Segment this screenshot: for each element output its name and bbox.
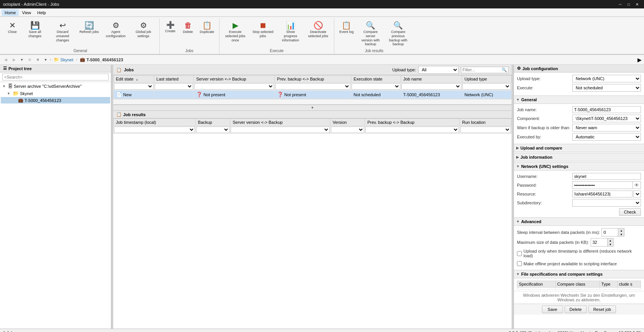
jrcol-backup[interactable]: Backup	[195, 119, 230, 126]
global-job-button[interactable]: ⚙ Global job settings	[130, 20, 157, 40]
minimize-button[interactable]: ─	[616, 1, 624, 7]
upload-type-select[interactable]: All Network (UNC) FTP Local	[418, 66, 459, 74]
create-button[interactable]: ➕ Create	[162, 20, 179, 35]
favorites-button[interactable]: ☆	[26, 56, 33, 63]
sleep-interval-input[interactable]	[602, 229, 618, 235]
file-spec-section-header[interactable]: ▼ File specifications and compare settin…	[514, 270, 644, 278]
col-edit-state[interactable]: Edit state ▲	[114, 76, 154, 83]
jr-filter-run-location[interactable]	[460, 127, 511, 133]
col-execution-state[interactable]: Execution state	[351, 76, 401, 83]
username-input[interactable]	[572, 173, 641, 180]
filter-job-name[interactable]	[401, 83, 461, 90]
tree-item-server-archive[interactable]: ▼ 🗄 Server archive "C:\vdServerArchive"	[1, 83, 110, 90]
timestamp-checkbox[interactable]	[517, 251, 522, 256]
nav-dropdown[interactable]: ▼	[19, 57, 25, 62]
panel-divider[interactable]: ▼	[113, 105, 512, 111]
resource-input[interactable]	[572, 191, 632, 197]
compare-server-button[interactable]: 🔍 Compare server version with backup	[357, 20, 384, 48]
compare-prev-button[interactable]: 🔍 Compare previous backup with backup	[385, 20, 412, 48]
jr-filter-version[interactable]	[331, 127, 364, 133]
forward-button[interactable]: ▶	[11, 56, 18, 63]
menu-view[interactable]: View	[19, 9, 34, 16]
jrcol-run-location[interactable]: Run location	[460, 119, 512, 126]
stop-selected-button[interactable]: ⏹ Stop selected jobs	[249, 20, 276, 40]
jrcol-timestamp[interactable]: Job timestamp (local)	[114, 119, 196, 126]
upload-type-config-select[interactable]: Network (UNC) FTP Local	[572, 75, 641, 82]
offline-checkbox[interactable]	[517, 261, 522, 266]
jr-filter-prev-backup[interactable]	[365, 127, 459, 133]
check-button[interactable]: Check	[619, 208, 641, 216]
tree-item-t5000[interactable]: 💼 T-5000_456456123	[1, 97, 110, 104]
sleep-interval-up[interactable]: ▲	[618, 228, 624, 232]
sleep-interval-down[interactable]: ▼	[618, 232, 624, 236]
close-window-button[interactable]: ✕	[633, 1, 641, 7]
jr-filter-backup[interactable]	[196, 127, 230, 133]
filter-input[interactable]	[462, 67, 501, 72]
col-upload-type[interactable]: Upload type	[462, 76, 512, 83]
max-size-down[interactable]: ▼	[607, 242, 613, 246]
search-input[interactable]	[2, 74, 109, 81]
col-prev-backup[interactable]: Prev. backup <-> Backup	[274, 76, 351, 83]
execute-config-select[interactable]: Not scheduled Scheduled On change Manual	[572, 84, 641, 92]
password-input[interactable]	[573, 182, 632, 188]
discard-button[interactable]: ↩ Discard unsaved changes	[49, 20, 76, 44]
refresh-button[interactable]: 🔄 Refresh jobs	[77, 20, 102, 36]
resource-dropdown[interactable]	[633, 191, 641, 197]
event-log-button[interactable]: 📋 Event log	[337, 20, 357, 36]
filter-server-backup[interactable]	[194, 83, 274, 90]
jr-filter-timestamp[interactable]	[114, 127, 195, 133]
jrcol-version[interactable]: Version	[330, 119, 365, 126]
save-button[interactable]: Save	[542, 306, 563, 313]
deactivate-selected-button[interactable]: 🚫 Deactivate selected jobs	[305, 20, 332, 40]
password-eye-button[interactable]: 👁	[632, 182, 641, 189]
job-info-section-header[interactable]: ▶ Job information	[514, 153, 644, 161]
breadcrumb-job[interactable]: 💼 T-5000_456456123	[79, 57, 124, 62]
job-name-input[interactable]	[572, 106, 641, 113]
filter-prev-backup[interactable]	[275, 83, 350, 90]
advanced-section-header[interactable]: ▼ Advanced	[514, 217, 644, 226]
jrcol-prev-backup[interactable]: Prev. backup <-> Backup	[365, 119, 460, 126]
execute-selected-button[interactable]: ▶ Execute selected jobs once	[222, 20, 249, 44]
nav-history-dropdown[interactable]: ▼	[43, 57, 48, 62]
max-packet-size-input[interactable]	[591, 239, 607, 245]
component-select[interactable]: \Skynet\T-5000_456456123	[572, 115, 641, 122]
close-button[interactable]: ✕ Close	[4, 20, 21, 36]
delete-button[interactable]: 🗑 Delete	[180, 20, 197, 36]
filter-edit-state[interactable]	[114, 83, 154, 90]
jr-filter-server-backup[interactable]	[231, 127, 330, 133]
filter-last-started[interactable]	[155, 83, 193, 90]
statusbar-right: v9.5.0.473 (Serial number: 9999) User: V…	[507, 330, 641, 332]
delete-config-button[interactable]: Delete	[565, 306, 587, 313]
show-progress-button[interactable]: 📊 Show progress information	[277, 20, 304, 44]
max-size-up[interactable]: ▲	[607, 238, 613, 242]
maximize-button[interactable]: □	[625, 1, 632, 7]
back-button[interactable]: ◀	[2, 56, 9, 63]
menu-home[interactable]: Home	[2, 9, 19, 16]
menu-help[interactable]: Help	[34, 9, 49, 16]
jrcol-server-backup[interactable]: Server version <-> Backup	[230, 119, 330, 126]
subdirectory-select[interactable]	[572, 199, 641, 207]
ribbon-buttons-execute: ▶ Execute selected jobs once ⏹ Stop sele…	[222, 19, 332, 48]
nav-list-button[interactable]: ≡	[35, 56, 41, 63]
upload-compare-section-header[interactable]: ▶ Upload and compare	[514, 144, 644, 152]
general-section-header[interactable]: ▼ General	[514, 95, 644, 104]
filter-execution-state[interactable]	[352, 83, 400, 90]
col-server-backup[interactable]: Server version <-> Backup	[194, 76, 275, 83]
ribbon-buttons-general: ✕ Close 💾 Save all changes ↩ Discard uns…	[4, 19, 157, 48]
save-all-button[interactable]: 💾 Save all changes	[21, 20, 48, 40]
tree-item-skynet[interactable]: ▼ 📁 Skynet	[1, 90, 110, 97]
agent-config-button[interactable]: ⚙ Agent configuration	[102, 20, 129, 40]
col-job-name[interactable]: Job name	[401, 76, 462, 83]
duplicate-button[interactable]: 📋 Duplicate	[197, 20, 217, 36]
col-last-started[interactable]: Last started	[154, 76, 194, 83]
network-section-header[interactable]: ▼ Network (UNC) settings	[514, 162, 644, 171]
filter-upload-type[interactable]	[462, 83, 511, 90]
warn-backup-select[interactable]: Never warn 1 day 7 days 30 days	[572, 124, 641, 131]
fs-col-clude: clude s	[617, 281, 641, 288]
nav-right-arrow[interactable]: ▶	[637, 57, 642, 63]
hscroll-area[interactable]	[113, 99, 512, 105]
executed-by-select[interactable]: Automatic Manual	[572, 133, 641, 141]
table-row[interactable]: 📄 New ❓ Not present	[114, 90, 512, 99]
reset-job-button[interactable]: Reset job	[588, 306, 616, 313]
breadcrumb-skynet[interactable]: 📁 Skynet	[53, 57, 74, 62]
